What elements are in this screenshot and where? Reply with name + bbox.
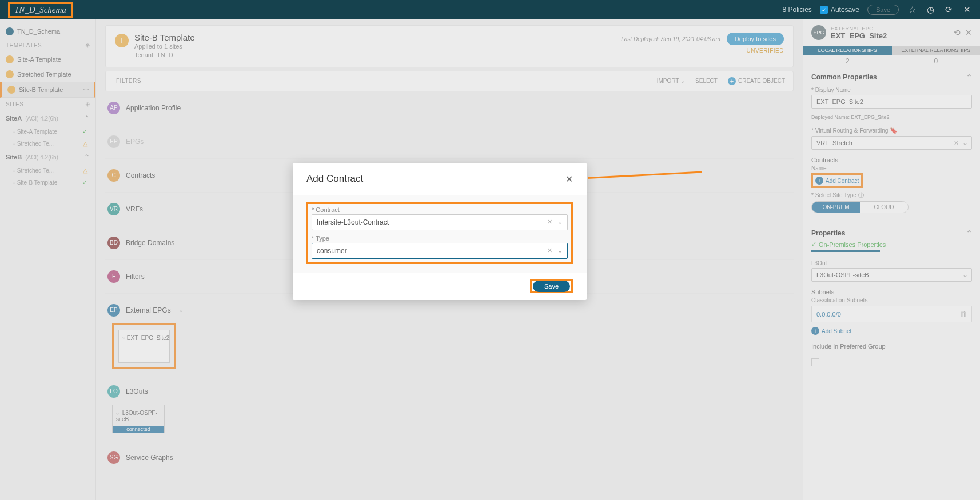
display-name-input[interactable] bbox=[811, 95, 972, 109]
chevron-icon: ⌃ bbox=[966, 229, 972, 237]
type-value: consumer bbox=[317, 247, 347, 255]
l3out-card[interactable]: ○ L3Out-OSPF-siteB connected bbox=[112, 405, 165, 433]
add-contract-hl: + Add Contract bbox=[811, 173, 863, 188]
subnets-label: Subnets bbox=[811, 289, 972, 295]
close-icon[interactable]: ✕ bbox=[565, 174, 573, 185]
tab-external-rel[interactable]: EXTERNAL RELATIONSHIPS bbox=[892, 46, 981, 55]
modal-body: * Contract Intersite-L3out-Contract ✕ ⌄ … bbox=[293, 195, 587, 273]
schema-row[interactable]: TN_D_Schema bbox=[0, 24, 95, 39]
close-icon[interactable]: ✕ bbox=[962, 5, 972, 15]
site-b-tpl1[interactable]: ○ Stretched Te... △ bbox=[0, 165, 95, 177]
modal-footer: Save bbox=[293, 273, 587, 300]
add-template-icon[interactable]: ⊕ bbox=[85, 42, 90, 49]
refresh-icon[interactable]: ⟳ bbox=[943, 5, 954, 15]
create-button[interactable]: + CREATE OBJECT bbox=[728, 77, 785, 85]
common-properties-h[interactable]: Common Properties ⌃ bbox=[803, 67, 980, 85]
bullet-icon: ○ bbox=[116, 411, 119, 416]
rpanel-sup: EXTERNAL EPG bbox=[831, 26, 887, 31]
add-site-icon[interactable]: ⊕ bbox=[85, 101, 90, 107]
section-epgs[interactable]: EP EPGs bbox=[105, 125, 794, 159]
history-icon[interactable]: ⟲ bbox=[954, 28, 961, 37]
type-select[interactable]: consumer ✕ ⌄ bbox=[312, 243, 568, 259]
epg-icon: EP bbox=[107, 135, 120, 148]
template-applied: Applied to 1 sites bbox=[134, 42, 195, 51]
sidebar-item-stretched[interactable]: Stretched Template bbox=[0, 67, 95, 82]
save-button[interactable]: Save bbox=[533, 281, 570, 292]
plus-icon: + bbox=[811, 327, 819, 335]
star-icon[interactable]: ☆ bbox=[907, 5, 917, 15]
close-icon[interactable]: ✕ bbox=[965, 28, 972, 37]
onprem-option[interactable]: ON-PREM bbox=[812, 202, 860, 213]
policies-count[interactable]: 8 Policies bbox=[783, 6, 812, 14]
delete-icon[interactable]: 🗑 bbox=[959, 310, 967, 318]
section-service-graphs[interactable]: SG Service Graphs bbox=[105, 441, 794, 474]
site-a-tpl1[interactable]: ○ Site-A Template ✓ bbox=[0, 126, 95, 138]
section-app-profile[interactable]: AP Application Profile bbox=[105, 91, 794, 125]
extepg-icon: EP bbox=[107, 304, 120, 317]
section-label: Contracts bbox=[126, 171, 155, 179]
template-badge: T bbox=[115, 34, 129, 47]
right-panel: EPG EXTERNAL EPG EXT_EPG_Site2 ⟲ ✕ LOCAL… bbox=[803, 19, 980, 500]
autosave-toggle[interactable]: ✓ Autosave bbox=[820, 6, 859, 14]
schema-title: TN_D_Schema bbox=[8, 2, 73, 18]
filter-actions: IMPORT ⌄ SELECT + CREATE OBJECT bbox=[649, 77, 793, 85]
site-a-header[interactable]: SiteA (ACI) 4.2(6h) ⌃ bbox=[0, 111, 95, 126]
bullet-icon: ○ bbox=[13, 129, 15, 134]
rpanel-title: EXT_EPG_Site2 bbox=[831, 31, 887, 40]
l3out-select[interactable]: L3Out-OSPF-siteB bbox=[811, 268, 972, 282]
site-sub-label: Site-B Template bbox=[17, 179, 57, 186]
properties-h[interactable]: Properties ⌃ bbox=[803, 223, 980, 241]
onprem-properties[interactable]: ✓ On-Premises Properties bbox=[803, 241, 980, 250]
modal-title: Add Contract bbox=[306, 173, 363, 185]
tab-local-rel[interactable]: LOCAL RELATIONSHIPS bbox=[803, 46, 892, 55]
select-button[interactable]: SELECT bbox=[695, 78, 718, 84]
sidebar-item-site-b[interactable]: Site-B Template ⋯ bbox=[0, 82, 95, 98]
import-button[interactable]: IMPORT ⌄ bbox=[657, 78, 685, 84]
add-subnet-button[interactable]: + Add Subnet bbox=[803, 325, 980, 337]
clear-icon[interactable]: ✕ bbox=[547, 218, 552, 226]
relationship-tabs: LOCAL RELATIONSHIPS EXTERNAL RELATIONSHI… bbox=[803, 46, 980, 55]
local-count: 2 bbox=[803, 55, 892, 67]
chevron-down-icon: ⌄ bbox=[557, 218, 563, 226]
sidebar-item-site-a[interactable]: Site-A Template bbox=[0, 52, 95, 67]
site-b-header[interactable]: SiteB (ACI) 4.2(6h) ⌃ bbox=[0, 150, 95, 165]
chevron-icon: ⌃ bbox=[84, 114, 90, 122]
info-icon[interactable]: ⓘ bbox=[858, 192, 864, 198]
clear-icon[interactable]: ✕ bbox=[547, 247, 552, 254]
common-props-label: Common Properties bbox=[811, 73, 877, 81]
add-contract-label: Add Contract bbox=[826, 178, 859, 184]
include-pg-checkbox[interactable] bbox=[811, 358, 819, 366]
globe-icon bbox=[6, 27, 14, 35]
contracts-icon: C bbox=[107, 169, 120, 182]
more-icon[interactable]: ⋯ bbox=[83, 86, 89, 94]
section-l3outs[interactable]: LO L3Outs bbox=[105, 375, 794, 400]
sync-warn-icon: △ bbox=[83, 167, 87, 174]
site-b-tpl2[interactable]: ○ Site-B Template ✓ bbox=[0, 177, 95, 189]
contract-label: * Contract bbox=[312, 206, 568, 213]
contract-select[interactable]: Intersite-L3out-Contract ✕ ⌄ bbox=[312, 214, 568, 230]
last-deployed: Last Deployed: Sep 19, 2021 04:06 am bbox=[621, 36, 720, 42]
site-a-tpl2[interactable]: ○ Stretched Te... △ bbox=[0, 138, 95, 150]
check-icon: ✓ bbox=[811, 241, 816, 248]
bullet-icon: ○ bbox=[13, 141, 15, 146]
section-label: Application Profile bbox=[126, 104, 181, 112]
site-type-toggle[interactable]: ON-PREM CLOUD bbox=[811, 201, 909, 213]
vrf-select[interactable]: VRF_Stretch ✕ bbox=[811, 136, 972, 150]
clear-icon[interactable]: ✕ bbox=[954, 139, 959, 147]
save-button[interactable]: Save bbox=[867, 5, 899, 15]
sidebar-item-label: Stretched Template bbox=[17, 71, 71, 78]
subnet-row[interactable]: 0.0.0.0/0 🗑 bbox=[811, 306, 972, 322]
add-contract-button[interactable]: + Add Contract bbox=[813, 175, 861, 186]
template-icon bbox=[6, 55, 14, 63]
display-name-label: * Display Name bbox=[811, 87, 972, 93]
section-label: External EPGs bbox=[126, 306, 171, 314]
deploy-button[interactable]: Deploy to sites bbox=[727, 33, 784, 45]
type-label: * Type bbox=[312, 235, 568, 242]
check-icon: ✓ bbox=[820, 6, 828, 14]
site-type-field: * Select Site Type ⓘ ON-PREM CLOUD bbox=[803, 189, 980, 223]
rpanel-icons: ⟲ ✕ bbox=[954, 28, 972, 37]
cloud-option[interactable]: CLOUD bbox=[860, 202, 908, 213]
section-label: VRFs bbox=[126, 205, 143, 213]
ext-epg-card[interactable]: ○ EXT_EPG_Site2 bbox=[118, 330, 170, 363]
clock-icon[interactable]: ◷ bbox=[925, 5, 935, 15]
